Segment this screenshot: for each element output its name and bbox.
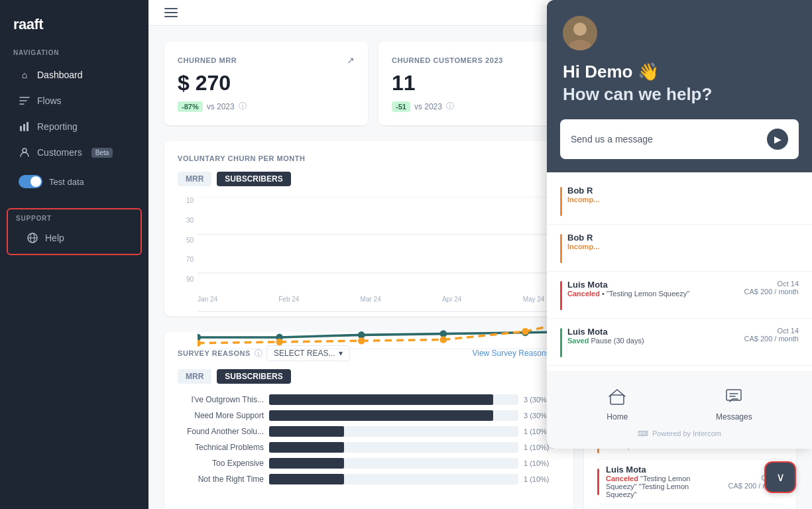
intercom-item[interactable]: Bob R Incomp... [547,178,812,225]
avatar [563,16,597,50]
test-data-toggle[interactable] [19,175,42,188]
item-price: CA$ 200 / month [744,335,799,343]
intercom-nav-home[interactable]: Home [607,387,628,422]
powered-icon: ⌨ [638,429,648,438]
item-status: Canceled [567,290,600,298]
messages-icon [725,387,743,410]
logo-text: raaft [13,16,43,32]
svg-point-21 [276,339,283,346]
metric-card-churned-mrr: CHURNED MRR ↗ $ 270 -87% vs 2023 ⓘ [164,42,368,125]
item-detail: • "Testing Lemon Squeezy" [602,290,689,298]
chart-btn-mrr[interactable]: MRR [178,172,211,186]
nav-label: Messages [716,412,752,422]
recent-item[interactable]: Luis Mota Saved Pause (30 days) Oct 14 C… [597,504,783,509]
svg-rect-2 [27,122,29,131]
hamburger-line [164,8,178,9]
svg-point-20 [198,339,201,347]
sidebar-item-dashboard[interactable]: ⌂ Dashboard [5,62,143,87]
sidebar-item-help[interactable]: Help [13,225,135,251]
bar-label: Technical Problems [178,443,264,452]
info-icon[interactable]: ⓘ [446,101,454,112]
intercom-item[interactable]: Bob R Incomp... [547,225,812,272]
main-nav: ⌂ Dashboard Flows Reporting Customers Be… [0,62,148,166]
status-bar [560,281,562,310]
nav-label: Home [607,412,628,422]
intercom-header: Hi Demo 👋 How can we help? [547,0,812,119]
svg-rect-1 [23,124,25,131]
y-label: 90 [178,276,194,283]
bar-label: I've Outgrown This... [178,395,264,404]
metric-vs: vs 2023 [414,102,442,111]
reporting-icon [19,121,30,133]
sidebar: raaft NAVIGATION ⌂ Dashboard Flows Repor… [0,0,148,509]
bar-row: Too Expensive 1 (10%) [178,458,560,469]
info-icon[interactable]: ⓘ [255,348,262,359]
bar-row: Technical Problems 1 (10%) [178,442,560,453]
survey-btn-subscribers[interactable]: SUBSCRIBERS [217,369,290,384]
svg-rect-30 [610,395,624,404]
bar-track [269,426,518,437]
item-name: Bob R [567,233,799,243]
intercom-item[interactable]: Luis Mota Canceled • "Testing Lemon Sque… [547,272,812,319]
intercom-send-box[interactable]: Send us a message ▶ [560,119,799,159]
item-name: Luis Mota [567,280,738,290]
sidebar-item-label: Dashboard [37,70,83,80]
sidebar-item-flows[interactable]: Flows [5,88,143,113]
arrow-icon: ↗ [347,55,355,66]
item-detail: Pause (30 days) [591,337,644,345]
home-icon: ⌂ [19,69,30,81]
bar-fill [269,410,493,421]
bar-fill [269,458,344,469]
recent-item[interactable]: Luis Mota Canceled "Testing Lemon Squeez… [597,459,783,504]
intercom-item[interactable]: Luis Mota Saved Pause (30 days) Oct 14 C… [547,319,812,366]
intercom-subtext: How can we help? [563,84,796,106]
x-label: Apr 24 [442,296,461,303]
intercom-bottom: Home Messages ⌨ Powered by Intercom [547,371,812,449]
x-label: Mar 24 [361,296,381,303]
item-name: Luis Mota [567,327,738,337]
chart-y-labels: 90 70 50 30 10 [178,197,194,283]
test-data-toggle-row: Test data [5,168,143,195]
bar-value: 1 (10%) [524,475,560,483]
bar-label: Not the Right Time [178,475,264,484]
chevron-down-button[interactable]: ∨ [764,461,796,493]
item-status: Incomp... [567,243,799,251]
sidebar-item-customers[interactable]: Customers Beta [5,140,143,165]
hamburger-line [164,16,178,17]
hamburger-menu[interactable] [164,8,178,17]
bar-value: 1 (10%) [524,459,560,467]
svg-point-28 [573,23,587,36]
item-status: Canceled [606,475,638,482]
y-label: 70 [178,256,194,263]
info-icon[interactable]: ⓘ [239,101,247,112]
sidebar-item-label: Reporting [37,121,78,132]
sidebar-item-reporting[interactable]: Reporting [5,114,143,139]
support-section: SUPPORT Help [7,208,142,255]
intercom-nav-messages[interactable]: Messages [716,387,752,422]
item-name: Bob R [567,186,799,196]
survey-btn-mrr[interactable]: MRR [178,369,211,384]
metric-card-title: CHURNED MRR [178,56,237,64]
bar-track [269,474,518,484]
bar-label: Found Another Solu... [178,427,264,436]
chevron-down-icon: ∨ [776,470,785,484]
bar-row: Need More Support 3 (30%) [178,410,560,421]
metric-vs: vs 2023 [207,102,235,111]
support-label: SUPPORT [8,212,141,225]
bar-row: Not the Right Time 1 (10%) [178,474,560,484]
toggle-label: Test data [49,177,84,187]
item-status: Incomp... [567,196,799,203]
status-bar [597,469,599,495]
item-price: CA$ 200 / month [744,288,799,296]
survey-section: SURVEY REASONS ⓘ SELECT REAS... ▾ View S… [164,332,573,509]
sidebar-item-label: Customers [37,147,82,158]
svg-point-23 [440,336,447,343]
chart-btn-subscribers[interactable]: SUBSCRIBERS [217,172,290,186]
beta-badge: Beta [91,148,113,158]
y-label: 50 [178,237,194,244]
y-label: 30 [178,217,194,224]
intercom-nav: Home Messages [563,382,796,424]
send-button[interactable]: ▶ [767,129,788,150]
sidebar-item-label: Flows [37,95,62,106]
bar-fill [269,394,493,405]
